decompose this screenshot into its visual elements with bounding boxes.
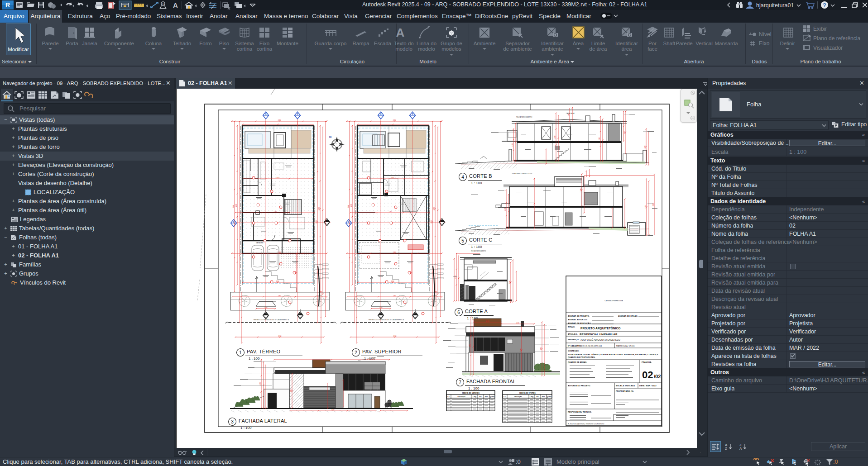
svg-text:CORTE C: CORTE C: [469, 237, 492, 243]
svg-text:Cc.: Cc.: [447, 396, 450, 398]
svg-text:Nível: Nível: [759, 31, 771, 38]
svg-text:Descrição: Descrição: [457, 396, 465, 398]
svg-text:R: R: [5, 1, 10, 9]
svg-text:PASSEIO JD.CONENA 1/4 1 AT 7D: PASSEIO JD.CONENA 1/4 1 AT 7D CASAGEMENT…: [369, 319, 404, 321]
svg-text:TÍTULO:: TÍTULO:: [568, 326, 575, 328]
svg-text:2,80: 2,80: [316, 220, 317, 223]
svg-text:2,80: 2,80: [379, 307, 383, 309]
svg-text:2,80: 2,80: [509, 281, 511, 284]
svg-text:GARAGEM: GARAGEM: [256, 242, 264, 244]
svg-text:1 : 100: 1 : 100: [471, 245, 482, 249]
svg-text:2,80: 2,80: [318, 207, 320, 210]
svg-text:QUADRO DE PROPORÇÕES.: QUADRO DE PROPORÇÕES.: [568, 356, 595, 358]
svg-text:5: 5: [461, 238, 464, 243]
svg-text:2,80: 2,80: [388, 211, 392, 213]
svg-text:PRANCHA:: PRANCHA:: [642, 361, 652, 363]
svg-text:2,80: 2,80: [504, 208, 506, 211]
svg-text:CAIXA DE AR: CAIXA DE AR: [566, 113, 575, 114]
svg-text:ATIVILIDO:: ATIVILIDO:: [568, 333, 578, 335]
svg-text:2,80: 2,80: [276, 177, 279, 179]
svg-text:2,80: 2,80: [391, 281, 394, 282]
svg-text:A: A: [739, 447, 742, 450]
svg-text:2,80: 2,80: [431, 220, 432, 223]
svg-text:A: A: [173, 1, 178, 9]
svg-text:2,80: 2,80: [391, 177, 394, 179]
svg-text:2,80: 2,80: [580, 189, 582, 192]
svg-text:N: N: [329, 135, 331, 138]
svg-text:AUTORES DO PROJETO:: AUTORES DO PROJETO:: [568, 385, 590, 387]
svg-text:6: 6: [457, 310, 460, 315]
svg-text:2: 2: [355, 350, 357, 355]
svg-text:2,80: 2,80: [350, 204, 352, 207]
svg-text:Z: Z: [725, 447, 727, 450]
svg-text:7: 7: [459, 380, 461, 385]
svg-text:Larg.: Larg.: [530, 396, 534, 398]
svg-text:2,80: 2,80: [259, 382, 261, 385]
svg-text:AQUI VOCÊ ADICIONA O ENDEREÇO: AQUI VOCÊ ADICIONA O ENDEREÇO: [580, 338, 620, 341]
svg-text:Cc.: Cc.: [504, 396, 506, 398]
svg-text:B: B: [233, 221, 234, 223]
svg-text:Quant.: Quant.: [547, 396, 551, 398]
svg-text:CORTE A: CORTE A: [465, 309, 488, 314]
svg-text:2,80: 2,80: [540, 347, 542, 351]
svg-text:2,80: 2,80: [235, 204, 237, 207]
svg-text:2,80: 2,80: [273, 211, 277, 213]
svg-text:E2.3.3.K4.K3.0877.001: E2.3.3.K4.K3.0877.001: [581, 345, 602, 347]
svg-text:PAV. SUPERIOR: PAV. SUPERIOR: [362, 349, 402, 354]
svg-text:Alt.: Alt.: [537, 396, 539, 398]
svg-text:2,80: 2,80: [393, 119, 396, 121]
svg-text:2,80: 2,80: [393, 335, 397, 337]
svg-text:ASSINAT. DE EXECUÇÃO:: ASSINAT. DE EXECUÇÃO:: [568, 322, 591, 324]
svg-text:02: 02: [642, 369, 653, 380]
svg-text:2,80: 2,80: [278, 335, 282, 337]
svg-text:1 : 100: 1 : 100: [468, 386, 480, 390]
svg-text:2,80: 2,80: [278, 295, 281, 297]
svg-text:ESCALA: INDICADA: ESCALA: INDICADA: [616, 385, 635, 387]
svg-text:Peit.: Peit.: [542, 396, 546, 398]
svg-text:FACHADA FRONTAL: FACHADA FRONTAL: [466, 379, 516, 384]
svg-text:Peit.: Peit.: [485, 396, 489, 398]
svg-text:A: A: [396, 26, 405, 39]
svg-text:2,80: 2,80: [264, 307, 268, 309]
svg-text:hjarquitetura01: hjarquitetura01: [756, 2, 794, 9]
svg-text:TELHA FIBROCIMENTO: TELHA FIBROCIMENTO: [471, 250, 486, 252]
svg-text:CARIMBO/PREFEITURA: CARIMBO/PREFEITURA: [604, 300, 623, 302]
svg-text:2,80: 2,80: [645, 205, 647, 209]
svg-text:2,80: 2,80: [624, 131, 626, 134]
svg-text:?: ?: [823, 2, 826, 9]
svg-text:1 : 100: 1 : 100: [240, 426, 252, 430]
svg-text:Nº CADASTRO:: Nº CADASTRO:: [568, 345, 582, 347]
svg-text:Quant.: Quant.: [489, 396, 494, 398]
svg-text:2,80: 2,80: [512, 143, 513, 147]
svg-text:2,80: 2,80: [393, 295, 396, 297]
svg-text:PLANTA BAIXA DO PAV. TÉRREO, P: PLANTA BAIXA DO PAV. TÉRREO, PLANTA BAIX…: [568, 353, 658, 356]
svg-text:Descrição: Descrição: [514, 396, 522, 398]
svg-text:CONTEÚDO:: CONTEÚDO:: [568, 350, 579, 352]
svg-text:3: 3: [231, 419, 234, 424]
svg-text:2,80: 2,80: [433, 207, 435, 210]
svg-text:PROJETO ARQUITETÔNICO: PROJETO ARQUITETÔNICO: [580, 326, 620, 330]
svg-text:TELHA FIBROCIMENTO I=10%: TELHA FIBROCIMENTO I=10%: [512, 173, 532, 175]
svg-text:4: 4: [461, 175, 464, 180]
svg-text:PAV. TÉRREO: PAV. TÉRREO: [247, 349, 281, 354]
svg-text:DATA: MAR / 2022: DATA: MAR / 2022: [639, 385, 657, 387]
svg-text:PROPRIETÁRIO (S):: PROPRIETÁRIO (S):: [616, 390, 634, 392]
svg-text:1 : 100: 1 : 100: [471, 181, 482, 185]
svg-text:2,80: 2,80: [278, 119, 281, 121]
svg-text:2,80: 2,80: [290, 390, 292, 393]
svg-text:2,80: 2,80: [276, 281, 279, 282]
svg-text:Exibir: Exibir: [813, 26, 827, 32]
svg-text:Plano de referência: Plano de referência: [813, 35, 860, 42]
svg-text:Visualizador: Visualizador: [813, 45, 843, 51]
svg-text:FACHADA LATERAL: FACHADA LATERAL: [239, 418, 287, 423]
svg-text:2,80: 2,80: [469, 344, 471, 347]
svg-text:ASSINAT. AUTOR CO:: ASSINAT. AUTOR CO:: [568, 319, 587, 321]
svg-text:2,80: 2,80: [554, 136, 556, 139]
svg-text:B: B: [380, 113, 381, 115]
svg-text:QUADRO DE ÁREAS:: QUADRO DE ÁREAS:: [568, 361, 587, 363]
svg-text:2,80: 2,80: [393, 252, 396, 253]
svg-text:B: B: [348, 221, 349, 223]
svg-text:2,80: 2,80: [516, 322, 519, 324]
svg-text:2,80: 2,80: [486, 320, 489, 322]
svg-text:1 : 100: 1 : 100: [249, 357, 260, 361]
